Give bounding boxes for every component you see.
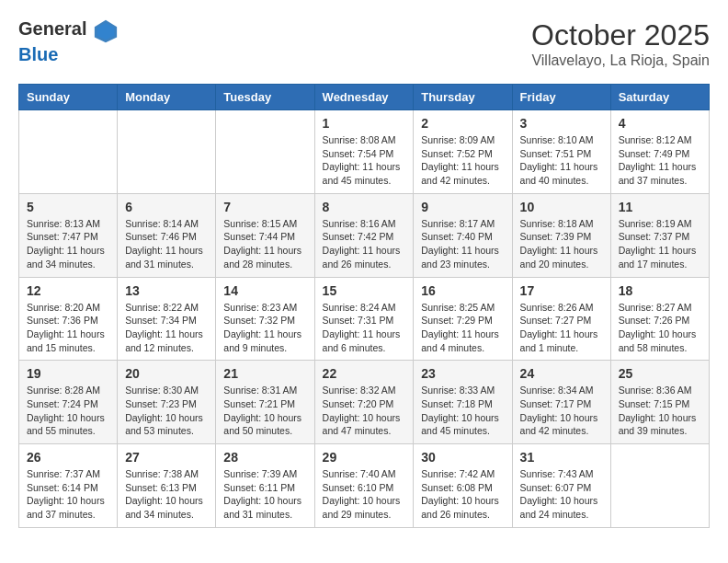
logo: General Blue	[18, 18, 120, 65]
day-number: 19	[27, 366, 109, 381]
day-info: Sunrise: 8:33 AM Sunset: 7:18 PM Dayligh…	[421, 384, 504, 438]
calendar-cell: 8Sunrise: 8:16 AM Sunset: 7:42 PM Daylig…	[314, 193, 414, 277]
calendar-cell: 26Sunrise: 7:37 AM Sunset: 6:14 PM Dayli…	[19, 444, 118, 528]
day-number: 6	[125, 200, 208, 214]
day-number: 17	[520, 283, 603, 298]
calendar-cell: 21Sunrise: 8:31 AM Sunset: 7:21 PM Dayli…	[216, 361, 314, 444]
day-info: Sunrise: 7:38 AM Sunset: 6:13 PM Dayligh…	[125, 467, 208, 522]
calendar-cell	[118, 110, 216, 194]
day-info: Sunrise: 7:37 AM Sunset: 6:14 PM Dayligh…	[27, 467, 109, 522]
header-tuesday: Tuesday	[216, 85, 314, 110]
day-number: 15	[323, 283, 406, 298]
day-number: 14	[223, 283, 306, 298]
day-info: Sunrise: 8:27 AM Sunset: 7:26 PM Dayligh…	[619, 301, 701, 355]
day-number: 27	[125, 450, 208, 465]
day-number: 3	[520, 116, 603, 131]
day-number: 2	[421, 116, 504, 131]
day-number: 20	[125, 366, 208, 381]
header-thursday: Thursday	[414, 85, 512, 110]
day-info: Sunrise: 8:24 AM Sunset: 7:31 PM Dayligh…	[323, 301, 406, 355]
calendar-table: Sunday Monday Tuesday Wednesday Thursday…	[18, 84, 710, 528]
day-number: 25	[619, 366, 701, 381]
day-number: 5	[27, 200, 109, 214]
calendar-cell: 2Sunrise: 8:09 AM Sunset: 7:52 PM Daylig…	[414, 110, 512, 194]
day-info: Sunrise: 8:32 AM Sunset: 7:20 PM Dayligh…	[323, 384, 406, 438]
calendar-cell: 15Sunrise: 8:24 AM Sunset: 7:31 PM Dayli…	[314, 277, 414, 361]
month-title: October 2025	[531, 18, 710, 52]
calendar-cell	[19, 110, 118, 194]
day-info: Sunrise: 8:22 AM Sunset: 7:34 PM Dayligh…	[125, 301, 208, 355]
day-number: 21	[223, 366, 306, 381]
day-info: Sunrise: 8:16 AM Sunset: 7:42 PM Dayligh…	[323, 217, 406, 271]
day-info: Sunrise: 7:43 AM Sunset: 6:07 PM Dayligh…	[520, 467, 603, 522]
day-number: 31	[520, 450, 603, 465]
day-number: 29	[323, 450, 406, 465]
day-info: Sunrise: 7:40 AM Sunset: 6:10 PM Dayligh…	[323, 467, 406, 522]
day-number: 7	[223, 200, 306, 214]
day-number: 30	[421, 450, 504, 465]
calendar-cell: 24Sunrise: 8:34 AM Sunset: 7:17 PM Dayli…	[512, 361, 610, 444]
calendar-week-row: 5Sunrise: 8:13 AM Sunset: 7:47 PM Daylig…	[19, 193, 710, 277]
calendar-cell: 19Sunrise: 8:28 AM Sunset: 7:24 PM Dayli…	[19, 361, 118, 444]
calendar-cell: 9Sunrise: 8:17 AM Sunset: 7:40 PM Daylig…	[414, 193, 512, 277]
calendar-cell	[610, 444, 709, 528]
header-sunday: Sunday	[19, 85, 118, 110]
day-info: Sunrise: 8:20 AM Sunset: 7:36 PM Dayligh…	[27, 301, 109, 355]
page-header: General Blue October 2025 Villavelayo, L…	[18, 18, 710, 69]
calendar-cell: 11Sunrise: 8:19 AM Sunset: 7:37 PM Dayli…	[610, 193, 709, 277]
day-info: Sunrise: 8:36 AM Sunset: 7:15 PM Dayligh…	[619, 384, 701, 438]
calendar-cell: 20Sunrise: 8:30 AM Sunset: 7:23 PM Dayli…	[118, 361, 216, 444]
calendar-cell: 13Sunrise: 8:22 AM Sunset: 7:34 PM Dayli…	[118, 277, 216, 361]
calendar-cell: 29Sunrise: 7:40 AM Sunset: 6:10 PM Dayli…	[314, 444, 414, 528]
day-info: Sunrise: 8:19 AM Sunset: 7:37 PM Dayligh…	[619, 217, 701, 271]
day-number: 4	[619, 116, 701, 131]
calendar-cell: 25Sunrise: 8:36 AM Sunset: 7:15 PM Dayli…	[610, 361, 709, 444]
calendar-cell: 18Sunrise: 8:27 AM Sunset: 7:26 PM Dayli…	[610, 277, 709, 361]
day-number: 23	[421, 366, 504, 381]
calendar-week-row: 26Sunrise: 7:37 AM Sunset: 6:14 PM Dayli…	[19, 444, 710, 528]
calendar-cell: 17Sunrise: 8:26 AM Sunset: 7:27 PM Dayli…	[512, 277, 610, 361]
day-info: Sunrise: 8:26 AM Sunset: 7:27 PM Dayligh…	[520, 301, 603, 355]
day-number: 1	[323, 116, 406, 131]
day-number: 12	[27, 283, 109, 298]
day-number: 13	[125, 283, 208, 298]
day-info: Sunrise: 8:18 AM Sunset: 7:39 PM Dayligh…	[520, 217, 603, 271]
calendar-cell: 1Sunrise: 8:08 AM Sunset: 7:54 PM Daylig…	[314, 110, 414, 194]
day-number: 26	[27, 450, 109, 465]
day-number: 24	[520, 366, 603, 381]
calendar-cell: 5Sunrise: 8:13 AM Sunset: 7:47 PM Daylig…	[19, 193, 118, 277]
day-info: Sunrise: 8:08 AM Sunset: 7:54 PM Dayligh…	[323, 133, 406, 188]
calendar-cell: 28Sunrise: 7:39 AM Sunset: 6:11 PM Dayli…	[216, 444, 314, 528]
logo-blue: Blue	[18, 44, 58, 64]
day-number: 18	[619, 283, 701, 298]
header-wednesday: Wednesday	[314, 85, 414, 110]
calendar-cell: 3Sunrise: 8:10 AM Sunset: 7:51 PM Daylig…	[512, 110, 610, 194]
day-number: 22	[323, 366, 406, 381]
day-info: Sunrise: 8:23 AM Sunset: 7:32 PM Dayligh…	[223, 301, 306, 355]
calendar-cell: 10Sunrise: 8:18 AM Sunset: 7:39 PM Dayli…	[512, 193, 610, 277]
day-info: Sunrise: 8:14 AM Sunset: 7:46 PM Dayligh…	[125, 217, 208, 271]
logo-text: General Blue	[18, 18, 120, 65]
day-info: Sunrise: 7:42 AM Sunset: 6:08 PM Dayligh…	[421, 467, 504, 522]
header-friday: Friday	[512, 85, 610, 110]
day-number: 9	[421, 200, 504, 214]
calendar-cell: 16Sunrise: 8:25 AM Sunset: 7:29 PM Dayli…	[414, 277, 512, 361]
day-info: Sunrise: 8:13 AM Sunset: 7:47 PM Dayligh…	[27, 217, 109, 271]
calendar-cell: 4Sunrise: 8:12 AM Sunset: 7:49 PM Daylig…	[610, 110, 709, 194]
day-info: Sunrise: 8:10 AM Sunset: 7:51 PM Dayligh…	[520, 133, 603, 188]
day-number: 28	[223, 450, 306, 465]
calendar-cell: 27Sunrise: 7:38 AM Sunset: 6:13 PM Dayli…	[118, 444, 216, 528]
day-number: 16	[421, 283, 504, 298]
day-info: Sunrise: 8:34 AM Sunset: 7:17 PM Dayligh…	[520, 384, 603, 438]
calendar-week-row: 19Sunrise: 8:28 AM Sunset: 7:24 PM Dayli…	[19, 361, 710, 444]
day-info: Sunrise: 8:15 AM Sunset: 7:44 PM Dayligh…	[223, 217, 306, 271]
logo-icon	[93, 18, 119, 44]
day-info: Sunrise: 8:12 AM Sunset: 7:49 PM Dayligh…	[619, 133, 701, 188]
calendar-cell: 30Sunrise: 7:42 AM Sunset: 6:08 PM Dayli…	[414, 444, 512, 528]
day-info: Sunrise: 8:28 AM Sunset: 7:24 PM Dayligh…	[27, 384, 109, 438]
day-number: 8	[323, 200, 406, 214]
calendar-cell	[216, 110, 314, 194]
calendar-cell: 31Sunrise: 7:43 AM Sunset: 6:07 PM Dayli…	[512, 444, 610, 528]
header-monday: Monday	[118, 85, 216, 110]
day-info: Sunrise: 8:31 AM Sunset: 7:21 PM Dayligh…	[223, 384, 306, 438]
